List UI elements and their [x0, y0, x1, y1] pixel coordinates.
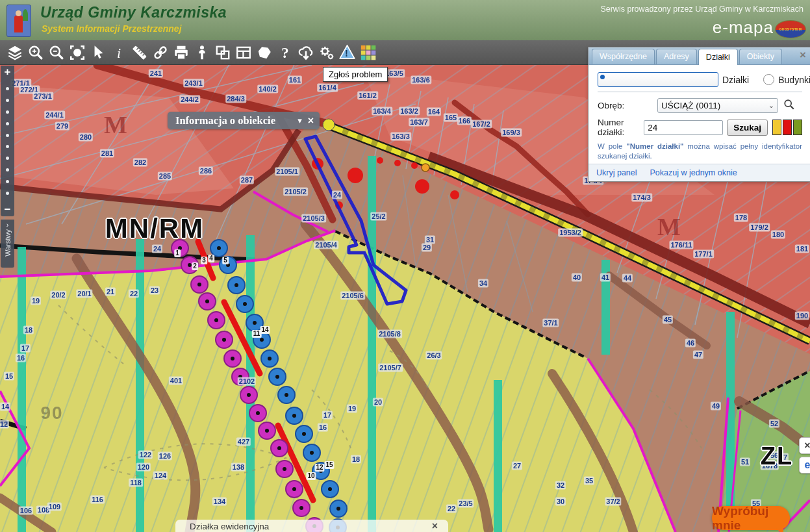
header: Urząd Gminy Karczmiska System Informacji…: [0, 0, 810, 40]
emapa-brand: e-mapa: [713, 18, 774, 38]
parcel-number-label: Numer działki:: [598, 118, 644, 137]
page-subtitle: System Informacji Przestrzennej: [42, 23, 182, 34]
panel-tab-row: WspółrzędneAdresyDziałkiObiekty ×: [589, 47, 810, 65]
tab-działki[interactable]: Działki: [698, 49, 738, 65]
point-feature-center: [336, 507, 340, 511]
link-icon[interactable]: [151, 44, 169, 61]
point-feature-center: [319, 469, 323, 473]
search-magnifier-icon[interactable]: [783, 99, 795, 112]
swatch-green[interactable]: [793, 120, 802, 135]
svg-text:!: !: [345, 48, 348, 58]
point-feature-center: [292, 487, 296, 491]
layers-icon[interactable]: [6, 44, 23, 61]
parcel-result-close-icon[interactable]: ×: [432, 520, 438, 532]
hide-panel-link[interactable]: Ukryj panel: [596, 168, 637, 177]
zoom-out-icon[interactable]: [47, 44, 65, 61]
radio-dzialki[interactable]: Działki: [598, 72, 749, 87]
polygon-icon[interactable]: [255, 44, 273, 61]
search-button[interactable]: Szukaj: [727, 120, 768, 136]
point-feature-center: [302, 432, 306, 436]
select-region-icon[interactable]: [68, 44, 86, 61]
zoom-slider[interactable]: + −: [1, 66, 14, 216]
radio-budynki-dot[interactable]: [763, 74, 774, 85]
point-feature-center: [247, 393, 251, 397]
measure-icon[interactable]: [131, 44, 148, 61]
swatch-red[interactable]: [783, 120, 792, 135]
chevron-down-icon[interactable]: ▾: [297, 116, 302, 125]
download-cloud-icon[interactable]: [297, 44, 314, 61]
service-note: Serwis prowadzony przez Urząd Gminy w Ka…: [600, 5, 804, 14]
style-swatches[interactable]: [772, 120, 802, 135]
copy-window-icon[interactable]: [214, 44, 231, 61]
settings-gears-icon[interactable]: [318, 44, 335, 61]
point-feature-center: [299, 506, 303, 510]
tab-obiekty[interactable]: Obiekty: [739, 49, 782, 64]
pointer-icon[interactable]: [89, 44, 107, 61]
try-me-button[interactable]: Wypróbuj mnie: [712, 506, 790, 530]
point-feature-center: [222, 338, 226, 342]
commune-coat-of-arms-logo: [6, 5, 31, 37]
tab-adresy[interactable]: Adresy: [656, 49, 697, 64]
svg-text:M: M: [104, 111, 127, 138]
report-problem-tooltip: Zgłoś problem: [323, 67, 388, 82]
object-info-title: Informacja o obiekcie: [168, 114, 297, 127]
parcel-number-input[interactable]: [644, 120, 723, 135]
point-feature-center: [178, 246, 182, 250]
layers-tab-label: Warstwy: [4, 229, 12, 257]
point-feature-center: [197, 283, 201, 286]
point-feature-center: [328, 487, 332, 491]
map-clear-button[interactable]: ×: [799, 437, 810, 454]
point-feature-center: [217, 246, 221, 250]
zoom-plus-button[interactable]: +: [5, 66, 11, 79]
swatch-yellow[interactable]: [772, 120, 781, 135]
point-feature-center: [205, 299, 209, 303]
geoportal-app: M M: [0, 0, 810, 532]
obreb-select[interactable]: UŚCIĄŻ (0011)⌄: [657, 98, 778, 113]
obreb-label: Obręb:: [598, 101, 657, 110]
print-icon[interactable]: [172, 44, 190, 61]
search-panel: WspółrzędneAdresyDziałkiObiekty × Działk…: [588, 47, 810, 182]
chevron-right-icon: ›: [6, 222, 9, 228]
point-feature-center: [275, 375, 279, 379]
layers-panel-tab[interactable]: › Warstwy: [1, 220, 14, 268]
help-icon[interactable]: ?: [276, 44, 294, 61]
layout-icon[interactable]: [234, 44, 252, 61]
tab-współrzędne[interactable]: Współrzędne: [592, 49, 655, 64]
point-feature-center: [188, 263, 192, 267]
zoom-minus-button[interactable]: −: [5, 203, 11, 216]
legend-grid-icon[interactable]: [359, 44, 377, 61]
report-problem-icon[interactable]: !: [338, 44, 356, 61]
radio-budynki[interactable]: Budynki: [763, 74, 810, 85]
point-feature-center: [238, 375, 242, 379]
point-feature-center: [310, 451, 314, 455]
zoom-slider-track[interactable]: [6, 79, 9, 203]
point-feature-center: [260, 338, 264, 342]
single-window-link[interactable]: Pokazuj w jednym oknie: [650, 168, 737, 177]
point-feature-center: [265, 429, 269, 433]
point-feature-center: [277, 446, 281, 450]
svg-text:i: i: [116, 45, 120, 60]
panel-close-icon[interactable]: ×: [800, 49, 806, 60]
point-feature-center: [292, 414, 296, 418]
geosystem-logo: GEOSYSTEM: [775, 20, 806, 38]
point-feature-center: [231, 357, 234, 361]
point-feature-center: [268, 357, 272, 361]
point-feature-center: [243, 302, 247, 306]
street-view-icon[interactable]: [193, 44, 210, 61]
info-icon[interactable]: i: [110, 44, 127, 61]
panel-footer: Ukryj panel Pokazuj w jednym oknie: [589, 164, 810, 181]
zoom-in-icon[interactable]: [27, 44, 44, 61]
parcel-result-bar[interactable]: Działka ewidencyjna ×: [175, 520, 448, 532]
object-info-close-icon[interactable]: ×: [308, 115, 314, 127]
point-feature-center: [283, 467, 286, 471]
point-feature-center: [285, 393, 288, 397]
svg-text:?: ?: [281, 44, 288, 60]
point-feature-center: [214, 318, 218, 322]
object-info-bar[interactable]: Informacja o obiekcie ▾ ×: [168, 112, 320, 129]
point-feature-center: [253, 321, 257, 325]
map-emapa-button[interactable]: e: [799, 457, 810, 474]
panel-tabs: WspółrzędneAdresyDziałkiObiekty: [592, 48, 783, 64]
point-feature-center: [256, 411, 260, 415]
chevron-down-icon: ⌄: [768, 101, 774, 110]
radio-dzialki-dot[interactable]: [598, 72, 718, 87]
